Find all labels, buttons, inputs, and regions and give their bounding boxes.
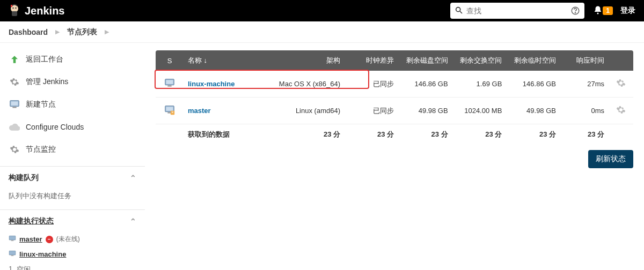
- node-link-linux[interactable]: linux-machine: [188, 80, 235, 88]
- col-arch[interactable]: 架构: [264, 50, 345, 71]
- table-row: linux-machine Mac OS X (x86_64) 已同步 146.…: [156, 71, 633, 98]
- svg-rect-11: [11, 102, 18, 106]
- breadcrumb-dashboard[interactable]: Dashboard: [9, 28, 48, 36]
- cell-clock: 已同步: [345, 98, 398, 124]
- offline-label: (未在线): [56, 235, 80, 244]
- computer-icon: [164, 82, 175, 91]
- cell-temp: 49.98 GB: [506, 98, 560, 124]
- computer-icon: [9, 99, 20, 110]
- jenkins-logo-icon: [9, 4, 20, 18]
- refresh-status-button[interactable]: 刷新状态: [588, 150, 633, 168]
- section-title: 构建执行状态: [9, 216, 54, 226]
- search-icon: [455, 6, 463, 16]
- svg-rect-18: [166, 80, 173, 84]
- app-name: Jenkins: [25, 5, 64, 17]
- sidebar: 返回工作台 管理 Jenkins 新建节点 Configure Clouds 节…: [0, 43, 145, 270]
- svg-text:×: ×: [171, 110, 173, 115]
- search-help-icon[interactable]: [570, 6, 580, 16]
- cell-disk: 146.86 GB: [398, 71, 452, 98]
- computer-small-icon: [9, 235, 16, 243]
- col-name[interactable]: 名称 ↓: [184, 50, 264, 71]
- offline-indicator-icon: –: [46, 236, 53, 243]
- cell-response: 0ms: [560, 98, 609, 124]
- executor-linux[interactable]: linux-machine: [0, 247, 145, 261]
- chevron-up-icon: ⌃: [130, 217, 136, 226]
- build-queue-empty: 队列中没有构建任务: [0, 188, 145, 204]
- sidebar-item-manage[interactable]: 管理 Jenkins: [0, 71, 145, 93]
- svg-point-2: [12, 8, 13, 9]
- chevron-right-icon: ▶: [105, 28, 109, 35]
- col-response[interactable]: 响应时间: [560, 50, 609, 71]
- bell-icon: [593, 5, 603, 17]
- configure-node-icon[interactable]: [616, 108, 626, 116]
- sidebar-item-new-node[interactable]: 新建节点: [0, 93, 145, 116]
- cell-swap: 1.69 GB: [452, 71, 507, 98]
- cloud-icon: [9, 121, 20, 133]
- svg-rect-15: [9, 251, 16, 255]
- col-clock[interactable]: 时钟差异: [345, 50, 398, 71]
- executor-master[interactable]: master – (未在线): [0, 231, 145, 247]
- search-input[interactable]: [466, 6, 567, 15]
- svg-rect-16: [11, 256, 14, 256]
- jenkins-logo-area[interactable]: Jenkins: [9, 4, 64, 18]
- col-swap[interactable]: 剩余交换空间: [452, 50, 507, 71]
- svg-rect-12: [12, 107, 16, 108]
- nodes-table: S 名称 ↓ 架构 时钟差异 剩余磁盘空间 剩余交换空间 剩余临时空间 响应时间: [156, 50, 633, 145]
- sidebar-label: 返回工作台: [26, 55, 63, 64]
- node-link-master[interactable]: master: [188, 107, 211, 115]
- notification-badge: 1: [603, 6, 613, 15]
- svg-point-9: [597, 12, 599, 14]
- svg-point-3: [15, 8, 16, 9]
- table-row: × master Linux (amd64) 已同步 49.98 GB 1024…: [156, 98, 633, 124]
- table-footer: 获取到的数据 23 分 23 分 23 分 23 分 23 分 23 分: [156, 124, 633, 145]
- svg-rect-4: [11, 5, 12, 7]
- login-link[interactable]: 登录: [620, 6, 635, 16]
- sidebar-item-back[interactable]: 返回工作台: [0, 48, 145, 71]
- svg-point-5: [456, 7, 460, 11]
- configure-node-icon[interactable]: [616, 81, 626, 89]
- col-status[interactable]: S: [156, 50, 184, 71]
- cell-arch: Linux (amd64): [264, 98, 345, 124]
- sidebar-item-node-monitor[interactable]: 节点监控: [0, 138, 145, 161]
- chevron-up-icon: ⌃: [130, 174, 136, 182]
- executor-idle-row: 1 空闲: [0, 261, 145, 270]
- up-arrow-icon: [9, 54, 20, 65]
- gear-icon: [9, 76, 20, 88]
- footer-label: 获取到的数据: [184, 124, 264, 145]
- svg-line-6: [460, 11, 462, 13]
- svg-rect-13: [9, 236, 16, 240]
- breadcrumb-nodes[interactable]: 节点列表: [67, 27, 97, 37]
- chevron-right-icon: ▶: [55, 28, 60, 35]
- notifications[interactable]: 1: [593, 5, 613, 17]
- sidebar-label: 管理 Jenkins: [26, 77, 68, 87]
- col-disk[interactable]: 剩余磁盘空间: [398, 50, 452, 71]
- search-box[interactable]: [450, 3, 584, 19]
- cell-response: 27ms: [560, 71, 609, 98]
- cell-clock: 已同步: [345, 71, 398, 98]
- gear-icon: [9, 144, 20, 155]
- col-temp[interactable]: 剩余临时空间: [506, 50, 560, 71]
- svg-point-8: [575, 12, 576, 13]
- sidebar-item-configure-clouds[interactable]: Configure Clouds: [0, 116, 145, 138]
- cell-swap: 1024.00 MB: [452, 98, 507, 124]
- cell-arch: Mac OS X (x86_64): [264, 71, 345, 98]
- sidebar-section-exec-status[interactable]: 构建执行状态 ⌃: [0, 209, 145, 231]
- sidebar-section-build-queue[interactable]: 构建队列 ⌃: [0, 166, 145, 188]
- computer-offline-icon: ×: [164, 109, 175, 117]
- computer-small-icon: [9, 250, 16, 258]
- svg-rect-19: [167, 86, 171, 87]
- svg-rect-1: [12, 11, 17, 16]
- sidebar-label: Configure Clouds: [26, 123, 84, 131]
- section-title: 构建队列: [9, 173, 39, 183]
- sidebar-label: 节点监控: [26, 145, 56, 154]
- sidebar-label: 新建节点: [26, 100, 56, 109]
- cell-disk: 49.98 GB: [398, 98, 452, 124]
- cell-temp: 146.86 GB: [506, 71, 560, 98]
- svg-rect-14: [11, 241, 14, 241]
- breadcrumbs: Dashboard ▶ 节点列表 ▶: [0, 21, 644, 43]
